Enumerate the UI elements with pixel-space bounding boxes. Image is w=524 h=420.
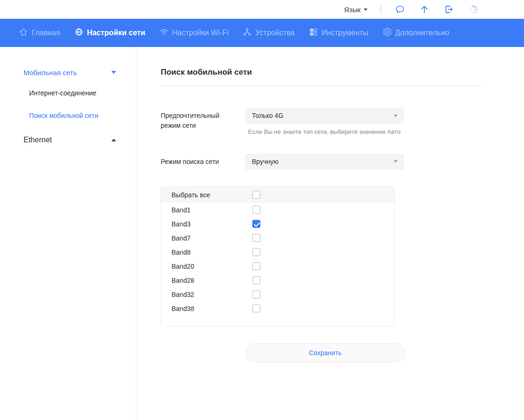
band-select-all-row: Выбрать все [161,187,394,203]
sidebar-section-ethernet[interactable]: Ethernet [0,131,136,149]
band20-checkbox[interactable] [252,262,260,270]
chevron-down-icon [364,8,368,11]
sidebar-item-label: Интернет-соединение [29,89,96,97]
nav-item-home[interactable]: Главная [19,27,60,39]
band-label: Band8 [172,249,252,256]
chat-icon[interactable] [394,4,406,15]
preferred-mode-select[interactable]: Только 4G [245,108,404,124]
band-label: Band7 [172,234,252,242]
sidebar-section-label: Ethernet [23,136,52,144]
wifi-icon [159,27,169,39]
select-all-label: Выбрать все [172,191,252,199]
sidebar-item-network-search[interactable]: Поиск мобильной сети [0,104,136,127]
home-icon [19,27,28,39]
page-body: Мобильная сеть Интернет-соединение Поиск… [0,47,524,420]
preferred-mode-control: Только 4G Если Вы не знаете тип сети, вы… [245,108,404,137]
upload-icon[interactable] [419,4,430,15]
search-mode-control: Вручную [245,154,404,170]
save-button-container: Сохранить [245,343,524,362]
sidebar-section-label: Мобильная сеть [23,69,77,77]
band38-checkbox[interactable] [252,304,260,312]
search-mode-label: Режим поиска сети [161,154,245,170]
devices-icon [242,27,252,39]
nav-label: Главная [31,29,60,37]
sidebar-item-internet-connection[interactable]: Интернет-соединение [0,82,136,104]
band-row: Band3 [161,217,394,231]
chevron-down-icon [111,71,116,74]
chevron-down-icon [394,115,398,117]
band-selection-panel: Выбрать все Band1 Band3 Band7 Band8 [161,187,395,327]
sidebar-item-label: Поиск мобильной сети [29,112,98,119]
preferred-mode-value: Только 4G [252,112,283,119]
save-button[interactable]: Сохранить [245,343,405,362]
nav-label: Дополнительно [395,29,449,37]
band-row: Band20 [161,259,394,273]
main-content: Поиск мобильной сети Предпочтительный ре… [136,47,524,420]
band-label: Band32 [172,291,252,298]
band-row: Band1 [161,203,394,217]
page-title: Поиск мобильной сети [161,68,524,77]
select-all-checkbox[interactable] [252,191,260,199]
language-menu[interactable]: Язык [344,6,368,14]
preferred-mode-label: Предпочтительный режим сети [161,108,245,137]
band-row: Band7 [161,231,394,245]
band-label: Band1 [172,206,252,214]
nav-label: Настройки сети [87,29,145,37]
preferred-mode-hint: Если Вы не знаете тип сети, выберите зна… [245,127,401,137]
band1-checkbox[interactable] [252,206,260,214]
form-row-search-mode: Режим поиска сети Вручную [161,154,524,170]
band-row: Band8 [161,245,394,259]
language-label: Язык [344,6,360,14]
nav-item-tools[interactable]: Инструменты [309,27,368,39]
apps-grid-icon [309,27,318,39]
band-label: Band3 [172,220,252,228]
band-row: Band28 [161,273,394,288]
logout-icon[interactable] [443,4,454,15]
topbar: Язык [0,0,524,19]
band-label: Band20 [172,263,252,270]
nav-item-network-settings[interactable]: Настройки сети [74,27,145,39]
band-label: Band28 [172,277,252,284]
band32-checkbox[interactable] [252,290,260,298]
nav-item-devices[interactable]: Устройства [242,27,295,39]
network-search-form: Предпочтительный режим сети Только 4G Ес… [161,108,524,362]
chevron-down-icon [394,160,398,163]
topbar-divider [381,5,381,14]
band-row: Band38 [161,302,394,316]
sidebar-section-mobile-network[interactable]: Мобильная сеть [0,63,136,82]
search-mode-select[interactable]: Вручную [245,154,404,170]
band3-checkbox[interactable] [252,220,260,228]
globe-icon [74,27,84,39]
form-row-preferred-mode: Предпочтительный режим сети Только 4G Ес… [161,108,524,137]
nav-item-advanced[interactable]: Дополнительно [383,27,449,39]
spinner-icon [468,4,479,15]
nav-label: Инструменты [321,29,368,37]
nav-label: Настройки Wi-Fi [172,29,228,37]
band7-checkbox[interactable] [252,234,260,242]
nav-item-wifi-settings[interactable]: Настройки Wi-Fi [159,27,228,39]
search-mode-value: Вручную [252,158,279,165]
main-nav: Главная Настройки сети Настройки Wi-Fi У… [0,19,524,47]
gear-icon [383,27,392,39]
chevron-up-icon [111,139,116,141]
title-divider [161,86,484,86]
band-row: Band32 [161,288,394,302]
sidebar: Мобильная сеть Интернет-соединение Поиск… [0,47,136,420]
band8-checkbox[interactable] [252,248,260,256]
band28-checkbox[interactable] [252,276,260,284]
band-label: Band38 [172,305,252,312]
nav-label: Устройства [255,29,295,37]
